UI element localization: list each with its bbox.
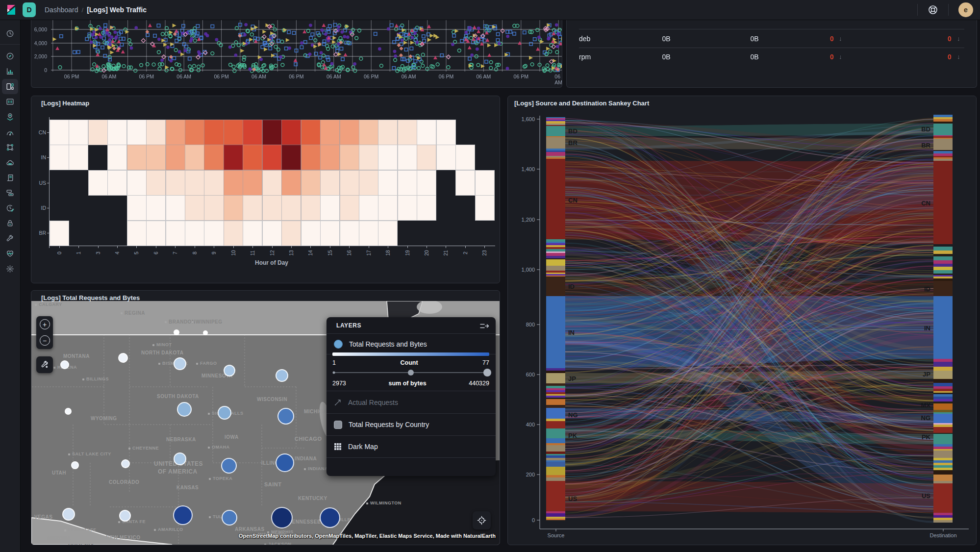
- sankey-source-node[interactable]: [546, 120, 565, 121]
- sankey-source-node[interactable]: [546, 481, 565, 511]
- sankey-source-node[interactable]: [546, 243, 565, 245]
- sort-down-icon[interactable]: ↓: [957, 35, 960, 42]
- map-data-circle[interactable]: [222, 510, 237, 526]
- sidebar-item-dashboard[interactable]: [2, 79, 18, 94]
- sankey-dest-node[interactable]: [933, 270, 953, 274]
- sankey-dest-node[interactable]: [933, 260, 953, 264]
- sidebar-item-visualize[interactable]: [2, 64, 18, 79]
- sankey-source-node[interactable]: [546, 253, 565, 256]
- sankey-dest-node[interactable]: [933, 394, 953, 397]
- sankey-dest-node[interactable]: [933, 254, 953, 256]
- sidebar-item-stack-monitoring[interactable]: [2, 246, 18, 261]
- sankey-source-node[interactable]: [546, 159, 565, 161]
- sort-down-icon[interactable]: ↓: [957, 53, 960, 60]
- sankey-source-node[interactable]: [546, 117, 565, 118]
- map-data-circle[interactable]: [60, 360, 69, 369]
- sankey-source-node[interactable]: [546, 368, 565, 371]
- sankey-source-node[interactable]: [546, 274, 565, 276]
- sidebar-item-apm[interactable]: [2, 185, 18, 201]
- sankey-source-node[interactable]: [546, 126, 565, 136]
- sankey-dest-node[interactable]: [933, 425, 953, 427]
- sankey-source-node[interactable]: [546, 157, 565, 159]
- sidebar-item-dev-tools[interactable]: [2, 231, 18, 246]
- sankey-source-node[interactable]: [546, 245, 565, 247]
- map-data-circle[interactable]: [271, 507, 293, 528]
- sankey-dest-node[interactable]: [933, 359, 953, 362]
- sankey-source-node[interactable]: [546, 296, 565, 368]
- map-data-circle[interactable]: [218, 406, 231, 420]
- sidebar-item-security[interactable]: [2, 216, 18, 231]
- map-data-circle[interactable]: [65, 408, 72, 415]
- sankey-source-node[interactable]: [546, 151, 565, 152]
- sankey-dest-node[interactable]: [933, 296, 953, 359]
- sankey-source-node[interactable]: [546, 399, 565, 405]
- sankey-dest-node[interactable]: [933, 159, 953, 161]
- sankey-source-node[interactable]: [546, 121, 565, 124]
- sankey-dest-node[interactable]: [933, 518, 953, 520]
- sankey-dest-node[interactable]: [933, 470, 953, 475]
- sankey-source-node[interactable]: [546, 266, 565, 271]
- sankey-dest-node[interactable]: [933, 138, 953, 139]
- sidebar-item-recently-viewed[interactable]: [2, 26, 18, 41]
- sankey-dest-node[interactable]: [933, 401, 953, 403]
- sankey-source-node[interactable]: [546, 454, 565, 455]
- sankey-source-node[interactable]: [546, 390, 565, 392]
- layer-item-total-requests-by-country[interactable]: Total Requests by Country: [327, 414, 496, 435]
- sankey-source-node[interactable]: [546, 118, 565, 120]
- map-data-circle[interactable]: [118, 353, 128, 363]
- map-data-circle[interactable]: [62, 508, 75, 521]
- sankey-dest-node[interactable]: [933, 399, 953, 401]
- sankey-dest-node[interactable]: [933, 427, 953, 433]
- sankey-dest-node[interactable]: [933, 460, 953, 463]
- map-data-circle[interactable]: [221, 458, 237, 474]
- sankey-dest-node[interactable]: [933, 161, 953, 244]
- sankey-dest-node[interactable]: [933, 444, 953, 447]
- map-data-circle[interactable]: [174, 329, 179, 335]
- sankey-source-node[interactable]: [546, 249, 565, 251]
- sankey-dest-node[interactable]: [933, 139, 953, 150]
- sankey-source-node[interactable]: [546, 388, 565, 390]
- sankey-dest-node[interactable]: [933, 451, 953, 458]
- map-data-circle[interactable]: [71, 461, 79, 469]
- sankey-dest-node[interactable]: [933, 433, 953, 434]
- map-data-circle[interactable]: [173, 505, 193, 525]
- sankey-dest-node[interactable]: [933, 403, 953, 410]
- sankey-source-node[interactable]: [546, 149, 565, 151]
- sidebar-item-uptime[interactable]: [2, 201, 18, 216]
- layer-item-actual-requests[interactable]: Actual Requests: [327, 391, 496, 413]
- sankey-dest-node[interactable]: [933, 117, 953, 119]
- sankey-source-node[interactable]: [546, 517, 565, 519]
- sankey-dest-node[interactable]: [933, 278, 953, 281]
- sankey-dest-node[interactable]: [933, 463, 953, 465]
- sankey-source-node[interactable]: [546, 256, 565, 258]
- map-data-circle[interactable]: [320, 507, 340, 528]
- map-data-circle[interactable]: [276, 369, 288, 382]
- sankey-dest-node[interactable]: [933, 367, 953, 371]
- sankey-source-node[interactable]: [546, 405, 565, 408]
- sankey-source-node[interactable]: [546, 371, 565, 373]
- sankey-source-node[interactable]: [546, 513, 565, 517]
- sankey-dest-node[interactable]: [933, 414, 953, 423]
- sankey-dest-node[interactable]: [933, 412, 953, 414]
- map-data-circle[interactable]: [203, 330, 208, 335]
- map-zoom-out-button[interactable]: −: [36, 332, 53, 349]
- map-data-circle[interactable]: [277, 408, 294, 425]
- sankey-source-node[interactable]: [546, 445, 565, 452]
- sankey-source-node[interactable]: [546, 408, 565, 419]
- sidebar-item-discover[interactable]: [2, 49, 18, 64]
- sankey-dest-node[interactable]: [933, 397, 953, 399]
- sankey-dest-node[interactable]: [933, 423, 953, 425]
- sankey-dest-node[interactable]: [933, 251, 953, 254]
- sidebar-item-canvas[interactable]: [2, 94, 18, 109]
- map-data-circle[interactable]: [276, 453, 294, 472]
- sankey-source-node[interactable]: [546, 443, 565, 445]
- sankey-source-node[interactable]: [546, 137, 565, 149]
- sort-down-icon[interactable]: ↓: [839, 53, 842, 60]
- collapse-panel-icon[interactable]: [480, 323, 489, 329]
- sankey-dest-node[interactable]: [933, 434, 953, 444]
- sankey-source-node[interactable]: [546, 438, 565, 443]
- sankey-dest-node[interactable]: [933, 371, 953, 379]
- sankey-source-node[interactable]: [546, 462, 565, 467]
- sankey-source-node[interactable]: [546, 511, 565, 513]
- sankey-source-node[interactable]: [546, 475, 565, 477]
